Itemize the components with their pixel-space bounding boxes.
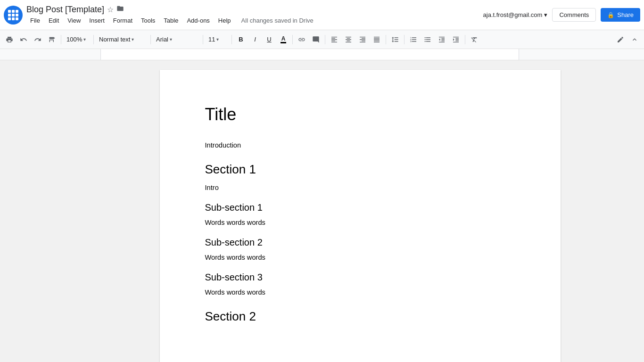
folder-icon[interactable] bbox=[116, 5, 124, 14]
doc-subsection2-text[interactable]: Words words words bbox=[205, 252, 515, 263]
share-label: Share bbox=[617, 11, 634, 18]
font-size-value: 11 bbox=[208, 36, 215, 43]
print-button[interactable] bbox=[3, 33, 16, 46]
separator-3 bbox=[150, 35, 151, 44]
decrease-indent-button[interactable] bbox=[435, 33, 448, 46]
doc-title[interactable]: Blog Post [Template] bbox=[26, 5, 104, 15]
editing-mode-button[interactable] bbox=[614, 33, 627, 46]
menu-file[interactable]: File bbox=[26, 16, 44, 25]
menu-insert[interactable]: Insert bbox=[85, 16, 108, 25]
star-icon[interactable]: ☆ bbox=[107, 5, 114, 14]
doc-section2-heading[interactable]: Section 2 bbox=[205, 309, 515, 325]
doc-subsection3-heading[interactable]: Sub-section 3 bbox=[205, 271, 515, 283]
share-button[interactable]: 🔒 Share bbox=[601, 8, 640, 22]
doc-section1-heading[interactable]: Section 1 bbox=[205, 162, 515, 178]
google-apps-button[interactable] bbox=[4, 6, 23, 25]
user-account[interactable]: aja.t.frost@gmail.com ▾ bbox=[483, 11, 548, 18]
text-color-button[interactable]: A bbox=[277, 33, 290, 46]
line-spacing-button[interactable] bbox=[388, 33, 402, 46]
top-right-actions: aja.t.frost@gmail.com ▾ Comments 🔒 Share bbox=[483, 8, 640, 22]
separator-5 bbox=[231, 35, 232, 44]
separator-6 bbox=[292, 35, 293, 44]
text-color-icon: A bbox=[281, 35, 286, 42]
saved-status: All changes saved in Drive bbox=[241, 17, 314, 24]
menu-view[interactable]: View bbox=[64, 16, 84, 25]
menu-table[interactable]: Table bbox=[160, 16, 182, 25]
doc-subsection2-heading[interactable]: Sub-section 2 bbox=[205, 236, 515, 248]
font-size-dropdown[interactable]: 11 ▾ bbox=[206, 33, 229, 46]
size-arrow-icon: ▾ bbox=[216, 37, 219, 42]
style-value: Normal text bbox=[99, 36, 130, 43]
menu-tools[interactable]: Tools bbox=[137, 16, 159, 25]
zoom-arrow-icon: ▾ bbox=[83, 37, 86, 42]
doc-section1-intro[interactable]: Intro bbox=[205, 182, 515, 193]
menu-help[interactable]: Help bbox=[215, 16, 235, 25]
user-email: aja.t.frost@gmail.com bbox=[483, 11, 543, 18]
separator-2 bbox=[93, 35, 94, 44]
insert-link-button[interactable] bbox=[295, 33, 308, 46]
clear-formatting-button[interactable] bbox=[468, 33, 481, 46]
separator-8 bbox=[386, 35, 386, 44]
separator-9 bbox=[404, 35, 405, 44]
separator-4 bbox=[203, 35, 203, 44]
doc-title-area: Blog Post [Template] ☆ File Edit View In… bbox=[26, 5, 483, 25]
underline-button[interactable]: U bbox=[263, 33, 276, 46]
menu-format[interactable]: Format bbox=[109, 16, 136, 25]
italic-button[interactable]: I bbox=[248, 33, 262, 46]
expand-toolbar-button[interactable] bbox=[628, 33, 641, 46]
document-page[interactable]: Title Introduction Section 1 Intro Sub-s… bbox=[160, 70, 561, 362]
align-center-button[interactable] bbox=[342, 33, 355, 46]
comments-button[interactable]: Comments bbox=[552, 8, 596, 22]
color-bar-icon bbox=[281, 42, 286, 43]
ruler-inner bbox=[100, 49, 519, 60]
doc-title-heading[interactable]: Title bbox=[205, 104, 515, 126]
toolbar: 100% ▾ Normal text ▾ Arial ▾ 11 ▾ B I U … bbox=[0, 30, 644, 49]
insert-comment-button[interactable] bbox=[309, 33, 322, 46]
increase-indent-button[interactable] bbox=[449, 33, 462, 46]
numbered-list-button[interactable] bbox=[407, 33, 420, 46]
bulleted-list-button[interactable] bbox=[421, 33, 434, 46]
menu-edit[interactable]: Edit bbox=[45, 16, 63, 25]
font-value: Arial bbox=[156, 36, 168, 43]
justify-button[interactable] bbox=[370, 33, 383, 46]
doc-subsection1-text[interactable]: Words words words bbox=[205, 217, 515, 228]
zoom-dropdown[interactable]: 100% ▾ bbox=[64, 33, 91, 46]
menu-bar: File Edit View Insert Format Tools Table… bbox=[26, 16, 483, 25]
align-left-button[interactable] bbox=[328, 33, 341, 46]
undo-button[interactable] bbox=[17, 33, 30, 46]
document-area[interactable]: Title Introduction Section 1 Intro Sub-s… bbox=[100, 60, 619, 362]
doc-subsection1-heading[interactable]: Sub-section 1 bbox=[205, 201, 515, 214]
main-area: Title Introduction Section 1 Intro Sub-s… bbox=[0, 60, 644, 362]
doc-subsection3-text[interactable]: Words words words bbox=[205, 287, 515, 297]
font-dropdown[interactable]: Arial ▾ bbox=[153, 33, 200, 46]
right-margin bbox=[619, 60, 644, 362]
bold-button[interactable]: B bbox=[234, 33, 248, 46]
separator-7 bbox=[325, 35, 325, 44]
style-arrow-icon: ▾ bbox=[132, 37, 134, 42]
redo-button[interactable] bbox=[31, 33, 44, 46]
paint-format-button[interactable] bbox=[45, 33, 58, 46]
left-margin bbox=[0, 60, 100, 362]
font-arrow-icon: ▾ bbox=[170, 37, 172, 42]
align-right-button[interactable] bbox=[356, 33, 369, 46]
lock-icon: 🔒 bbox=[607, 12, 614, 18]
account-chevron-icon: ▾ bbox=[544, 11, 547, 18]
style-dropdown[interactable]: Normal text ▾ bbox=[96, 33, 148, 46]
top-bar: Blog Post [Template] ☆ File Edit View In… bbox=[0, 0, 644, 30]
separator-1 bbox=[61, 35, 61, 44]
ruler bbox=[0, 49, 644, 60]
separator-10 bbox=[465, 35, 465, 44]
menu-addons[interactable]: Add-ons bbox=[183, 16, 213, 25]
doc-introduction[interactable]: Introduction bbox=[205, 140, 515, 150]
zoom-value: 100% bbox=[66, 36, 82, 43]
